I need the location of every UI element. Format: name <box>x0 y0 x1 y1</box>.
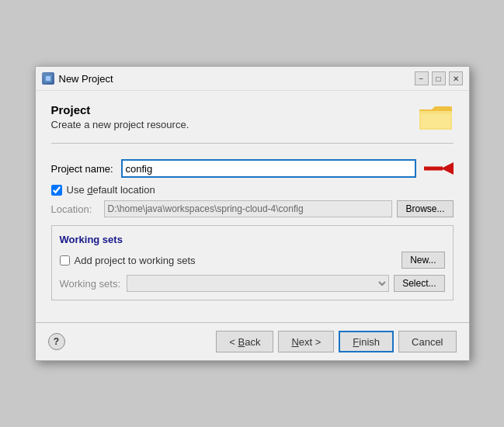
use-default-location-label: Use dUse default locationefault location <box>67 184 155 196</box>
add-to-working-sets-label: Add project to working sets <box>75 255 196 266</box>
dialog-title: New Project <box>59 73 410 85</box>
minimize-button[interactable]: − <box>415 71 429 85</box>
footer-buttons: < Back Next > Finish Cancel <box>216 331 456 352</box>
dialog-footer: ? < Back Next > Finish Cancel <box>36 323 469 360</box>
back-underline: B <box>238 336 245 348</box>
location-input[interactable] <box>104 200 393 217</box>
form-area: Project name: Use dUse default locatione… <box>51 150 454 310</box>
cancel-button[interactable]: Cancel <box>398 331 456 352</box>
next-button[interactable]: Next > <box>278 331 334 352</box>
section-title: Project <box>51 103 189 116</box>
add-working-sets-left: Add project to working sets <box>60 255 196 266</box>
back-button[interactable]: < Back <box>216 331 273 352</box>
working-sets-select[interactable] <box>127 275 390 292</box>
svg-rect-6 <box>421 114 450 128</box>
dialog-icon <box>42 72 54 85</box>
working-sets-select-row: Working sets: Select... <box>60 275 445 292</box>
location-label: Location: <box>51 203 99 215</box>
select-working-sets-button[interactable]: Select... <box>394 275 444 292</box>
browse-button[interactable]: Browse... <box>397 200 453 217</box>
header-section: Project Create a new project resource. <box>51 103 189 137</box>
next-underline: N <box>291 336 298 348</box>
window-controls: − □ ✕ <box>415 71 463 85</box>
title-bar: New Project − □ ✕ <box>36 67 469 91</box>
section-desc: Create a new project resource. <box>51 119 189 130</box>
project-name-row: Project name: <box>51 159 454 178</box>
add-to-working-sets-checkbox[interactable] <box>60 255 70 266</box>
working-sets-title: Working sets <box>60 234 445 245</box>
add-working-sets-row: Add project to working sets New... <box>60 252 445 269</box>
top-divider <box>51 143 454 144</box>
use-default-location-row: Use dUse default locationefault location <box>51 184 454 196</box>
dialog-content: Project Create a new project resource. P… <box>36 91 469 322</box>
folder-icon <box>419 103 454 134</box>
new-working-set-button[interactable]: New... <box>401 252 444 269</box>
finish-button[interactable]: Finish <box>339 331 394 352</box>
help-button[interactable]: ? <box>48 333 65 350</box>
maximize-button[interactable]: □ <box>432 71 446 85</box>
close-button[interactable]: ✕ <box>449 71 463 85</box>
new-project-dialog: New Project − □ ✕ Project Create a new p… <box>35 66 470 361</box>
use-default-location-underline: d <box>87 184 92 196</box>
arrow-indicator <box>422 161 454 176</box>
use-default-location-checkbox[interactable] <box>51 185 62 196</box>
finish-underline: F <box>353 336 359 348</box>
location-row: Location: Browse... <box>51 200 454 217</box>
working-sets-label: Working sets: <box>60 278 122 290</box>
project-name-input[interactable] <box>121 159 416 178</box>
working-sets-section: Working sets Add project to working sets… <box>51 225 454 300</box>
svg-rect-1 <box>46 76 50 81</box>
project-name-label: Project name: <box>51 163 121 175</box>
